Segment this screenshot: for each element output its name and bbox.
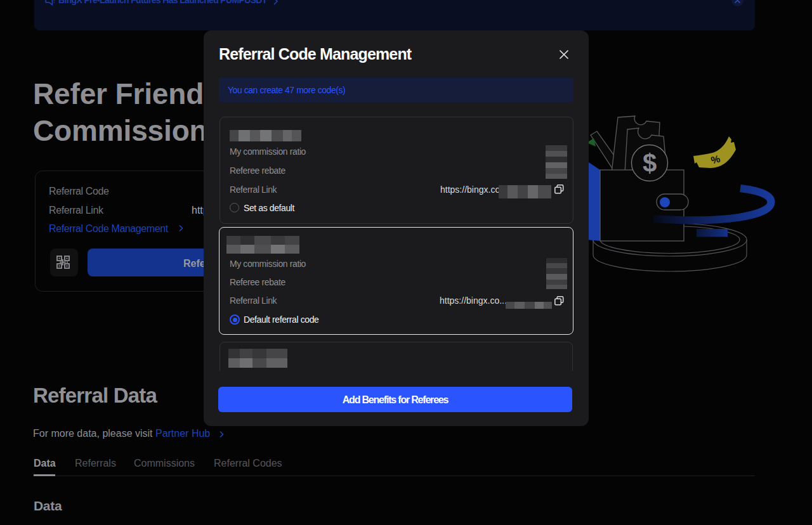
svg-text:$: $	[643, 149, 657, 177]
